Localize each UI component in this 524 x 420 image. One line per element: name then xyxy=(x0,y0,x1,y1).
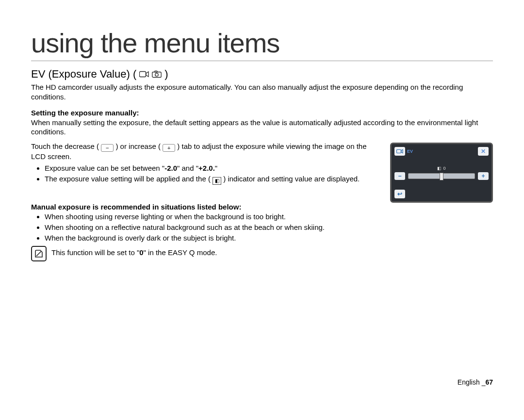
chapter-title: using the menu items xyxy=(31,27,493,61)
manual-p1: When manually setting the exposure, the … xyxy=(31,118,493,137)
section-title-close: ) xyxy=(164,68,168,81)
note-text: This function will be set to "0" in the … xyxy=(51,246,217,258)
lcd-back-button[interactable]: ↩ xyxy=(394,190,405,198)
lcd-ev-value: ◧ 0 xyxy=(437,166,445,171)
recommend-heading: Manual exposure is recommended in situat… xyxy=(31,203,493,211)
svg-rect-4 xyxy=(397,150,401,153)
ev-indicator-icon: ◧ xyxy=(213,177,221,185)
footer-lang: English _ xyxy=(458,378,486,386)
lcd-slider-row: − + xyxy=(394,172,489,180)
list-item: When shooting using reverse lighting or … xyxy=(45,212,493,222)
lcd-plus-button[interactable]: + xyxy=(478,172,489,180)
svg-rect-1 xyxy=(152,72,161,78)
manual-heading: Setting the exposure manually: xyxy=(31,109,493,117)
lcd-close-button[interactable]: ✕ xyxy=(478,147,489,156)
video-mode-icon xyxy=(139,70,149,78)
manual-p2: Touch the decrease ( − ) or increase ( +… xyxy=(31,142,381,162)
bullet-range: Exposure value can be set between "-2.0"… xyxy=(45,163,381,173)
svg-rect-0 xyxy=(140,72,146,77)
instruction-text-column: Touch the decrease ( − ) or increase ( +… xyxy=(31,142,381,191)
section-title-text: EV (Exposure Value) ( xyxy=(31,68,136,81)
list-item: When shooting on a reflective natural ba… xyxy=(45,223,493,232)
bullet-indicator: The exposure value setting will be appli… xyxy=(45,174,381,185)
lcd-top-bar: EV ✕ xyxy=(394,147,489,156)
instruction-with-lcd: Touch the decrease ( − ) or increase ( +… xyxy=(31,142,493,203)
note-row: This function will be set to "0" in the … xyxy=(31,246,493,261)
recommend-list: When shooting using reverse lighting or … xyxy=(31,212,493,242)
lcd-slider[interactable] xyxy=(408,173,475,179)
lcd-ev-small-icon: ◧ xyxy=(437,166,442,171)
photo-mode-icon xyxy=(152,70,162,78)
lcd-mode-icon xyxy=(394,147,405,156)
lcd-middle: ◧ 0 − + xyxy=(394,159,489,187)
increase-button-icon: + xyxy=(163,144,175,152)
list-item: When the background is overly dark or th… xyxy=(45,233,493,243)
note-icon xyxy=(31,246,47,261)
section-intro: The HD camcorder usually adjusts the exp… xyxy=(31,82,493,102)
lcd-minus-button[interactable]: − xyxy=(394,172,405,180)
manual-page: using the menu items EV (Exposure Value)… xyxy=(0,0,524,393)
decrease-button-icon: − xyxy=(101,144,114,152)
lcd-bottom-bar: ↩ xyxy=(394,190,489,198)
svg-rect-2 xyxy=(155,71,157,72)
lcd-preview: EV ✕ ◧ 0 − + ↩ xyxy=(390,143,493,203)
svg-point-3 xyxy=(155,73,158,76)
footer-page: 67 xyxy=(485,378,493,386)
page-footer: English _67 xyxy=(458,378,493,386)
lcd-ev-label: EV xyxy=(394,147,413,156)
manual-bullets: Exposure value can be set between "-2.0"… xyxy=(31,163,381,184)
section-title: EV (Exposure Value) ( ) xyxy=(31,68,493,81)
